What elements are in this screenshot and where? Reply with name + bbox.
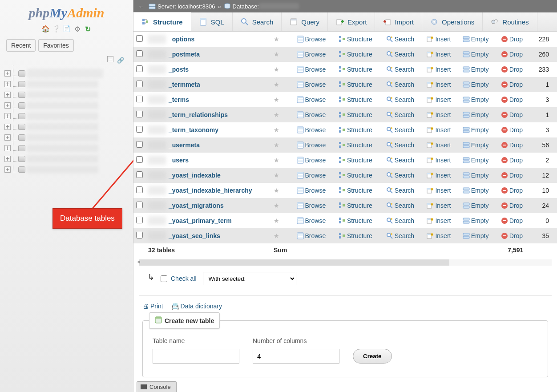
browse-link[interactable]: Browse bbox=[305, 172, 326, 179]
empty-link[interactable]: Empty bbox=[471, 202, 489, 209]
insert-link[interactable]: Insert bbox=[435, 126, 451, 133]
search-link[interactable]: Search bbox=[395, 217, 414, 224]
table-name-link[interactable]: _usermeta bbox=[169, 141, 200, 149]
browse-link[interactable]: Browse bbox=[305, 126, 326, 133]
empty-link[interactable]: Empty bbox=[471, 187, 489, 194]
tree-db-name-redacted[interactable] bbox=[27, 155, 98, 162]
drop-link[interactable]: Drop bbox=[509, 66, 523, 73]
empty-link[interactable]: Empty bbox=[471, 172, 489, 179]
drop-link[interactable]: Drop bbox=[509, 172, 523, 179]
browse-link[interactable]: Browse bbox=[305, 187, 326, 194]
tree-db-name-redacted[interactable] bbox=[27, 81, 98, 88]
insert-link[interactable]: Insert bbox=[435, 111, 451, 118]
favorite-star-icon[interactable]: ★ bbox=[274, 141, 279, 149]
favorite-star-icon[interactable]: ★ bbox=[274, 172, 279, 179]
tree-db-name-redacted[interactable] bbox=[27, 113, 98, 120]
structure-link[interactable]: Structure bbox=[347, 157, 372, 164]
empty-link[interactable]: Empty bbox=[471, 51, 489, 58]
insert-link[interactable]: Insert bbox=[435, 172, 451, 179]
insert-link[interactable]: Insert bbox=[435, 96, 451, 103]
home-icon[interactable] bbox=[41, 25, 49, 33]
structure-link[interactable]: Structure bbox=[347, 66, 372, 73]
structure-link[interactable]: Structure bbox=[347, 141, 372, 149]
row-checkbox[interactable] bbox=[136, 202, 143, 208]
gear-icon[interactable] bbox=[73, 25, 81, 33]
search-link[interactable]: Search bbox=[395, 66, 414, 73]
structure-link[interactable]: Structure bbox=[347, 96, 372, 103]
favorite-star-icon[interactable]: ★ bbox=[274, 232, 279, 239]
structure-link[interactable]: Structure bbox=[347, 202, 372, 209]
row-checkbox[interactable] bbox=[136, 111, 143, 117]
data-dictionary-link[interactable]: 📇 Data dictionary bbox=[171, 303, 222, 310]
tree-expand-icon[interactable] bbox=[4, 70, 11, 77]
table-name-link[interactable]: _term_relationships bbox=[169, 111, 228, 118]
search-link[interactable]: Search bbox=[395, 202, 414, 209]
table-name-link[interactable]: _yoast_migrations bbox=[169, 202, 224, 209]
browse-link[interactable]: Browse bbox=[305, 202, 326, 209]
check-all-label[interactable]: Check all bbox=[171, 275, 197, 282]
structure-link[interactable]: Structure bbox=[347, 36, 372, 43]
browse-link[interactable]: Browse bbox=[305, 111, 326, 118]
insert-link[interactable]: Insert bbox=[435, 51, 451, 58]
structure-link[interactable]: Structure bbox=[347, 126, 372, 133]
tab-export[interactable]: Export bbox=[328, 12, 375, 31]
empty-link[interactable]: Empty bbox=[471, 111, 489, 118]
tab-sql[interactable]: SQL bbox=[191, 12, 233, 31]
insert-link[interactable]: Insert bbox=[435, 217, 451, 224]
tree-db-name-redacted[interactable] bbox=[27, 166, 98, 173]
empty-link[interactable]: Empty bbox=[471, 81, 489, 88]
tree-expand-icon[interactable] bbox=[4, 102, 11, 109]
table-name-link[interactable]: _term_taxonomy bbox=[169, 126, 218, 133]
drop-link[interactable]: Drop bbox=[509, 157, 523, 164]
browse-link[interactable]: Browse bbox=[305, 96, 326, 103]
tree-expand-icon[interactable] bbox=[4, 81, 11, 87]
drop-link[interactable]: Drop bbox=[509, 141, 523, 149]
drop-link[interactable]: Drop bbox=[509, 202, 523, 209]
search-link[interactable]: Search bbox=[395, 36, 414, 43]
tree-db-name-redacted[interactable] bbox=[27, 69, 103, 78]
row-checkbox[interactable] bbox=[136, 217, 143, 223]
create-button[interactable]: Create bbox=[353, 349, 392, 364]
table-name-link[interactable]: _yoast_indexable_hierarchy bbox=[169, 187, 252, 194]
favorite-star-icon[interactable]: ★ bbox=[274, 96, 279, 103]
drop-link[interactable]: Drop bbox=[509, 51, 523, 58]
search-link[interactable]: Search bbox=[395, 111, 414, 118]
browse-link[interactable]: Browse bbox=[305, 141, 326, 149]
horizontal-scrollbar[interactable]: ◄ bbox=[139, 259, 552, 266]
tab-structure[interactable]: Structure bbox=[133, 12, 191, 31]
tree-expand-icon[interactable] bbox=[4, 134, 11, 141]
drop-link[interactable]: Drop bbox=[509, 232, 523, 239]
tree-db-name-redacted[interactable] bbox=[27, 134, 98, 141]
tab-operations[interactable]: Operations bbox=[422, 12, 483, 31]
table-name-link[interactable]: _posts bbox=[169, 66, 189, 73]
link-icon[interactable] bbox=[117, 57, 124, 64]
insert-link[interactable]: Insert bbox=[435, 232, 451, 239]
browse-link[interactable]: Browse bbox=[305, 36, 326, 43]
table-name-link[interactable]: _termmeta bbox=[169, 81, 200, 88]
favorite-star-icon[interactable]: ★ bbox=[274, 126, 279, 133]
row-checkbox[interactable] bbox=[136, 171, 143, 178]
empty-link[interactable]: Empty bbox=[471, 217, 489, 224]
empty-link[interactable]: Empty bbox=[471, 36, 489, 43]
drop-link[interactable]: Drop bbox=[509, 111, 523, 118]
row-checkbox[interactable] bbox=[136, 65, 143, 72]
tree-db-name-redacted[interactable] bbox=[27, 145, 98, 152]
back-arrow-icon[interactable]: ← bbox=[137, 3, 145, 10]
tree-expand-icon[interactable] bbox=[4, 124, 11, 130]
search-link[interactable]: Search bbox=[395, 187, 414, 194]
structure-link[interactable]: Structure bbox=[347, 51, 372, 58]
browse-link[interactable]: Browse bbox=[305, 51, 326, 58]
tree-db-name-redacted[interactable] bbox=[27, 123, 98, 130]
favorite-star-icon[interactable]: ★ bbox=[274, 187, 279, 194]
collapse-all-icon[interactable] bbox=[107, 56, 113, 62]
table-name-link[interactable]: _users bbox=[169, 157, 189, 164]
structure-link[interactable]: Structure bbox=[347, 187, 372, 194]
tree-db-name-redacted[interactable] bbox=[27, 102, 98, 109]
num-columns-input[interactable] bbox=[253, 349, 339, 364]
favorite-star-icon[interactable]: ★ bbox=[274, 111, 279, 118]
favorite-star-icon[interactable]: ★ bbox=[274, 157, 279, 164]
help-icon[interactable] bbox=[52, 25, 60, 33]
browse-link[interactable]: Browse bbox=[305, 232, 326, 239]
search-link[interactable]: Search bbox=[395, 81, 414, 88]
insert-link[interactable]: Insert bbox=[435, 66, 451, 73]
